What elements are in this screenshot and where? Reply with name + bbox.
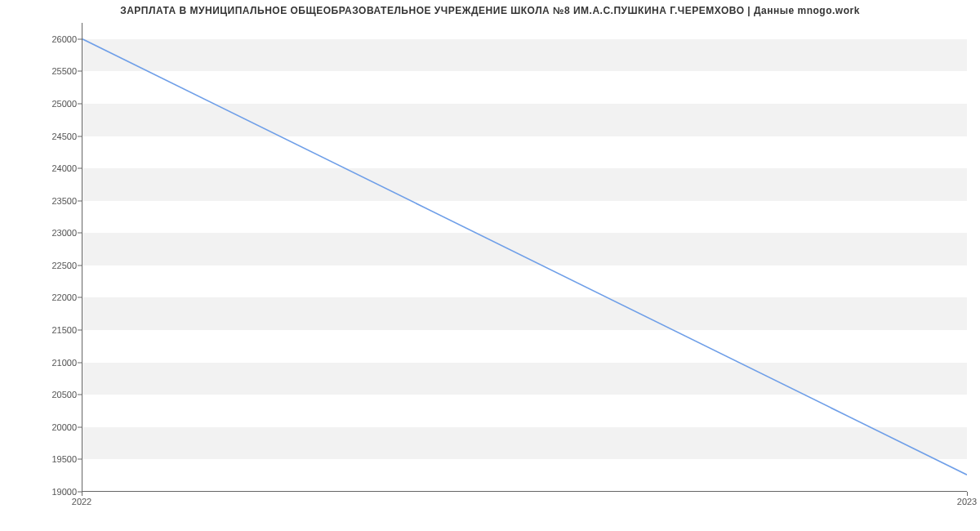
y-tick-mark xyxy=(78,71,82,72)
y-tick-mark xyxy=(78,136,82,136)
y-tick-label: 24500 xyxy=(11,132,77,141)
y-tick-label: 20500 xyxy=(11,390,77,399)
y-tick-mark xyxy=(78,362,82,363)
y-tick-mark xyxy=(78,103,82,104)
y-tick-label: 25500 xyxy=(11,66,77,76)
plot-area xyxy=(82,23,967,492)
y-tick-label: 22000 xyxy=(11,292,77,302)
chart-container: ЗАРПЛАТА В МУНИЦИПАЛЬНОЕ ОБЩЕОБРАЗОВАТЕЛ… xyxy=(0,0,980,531)
y-tick-label: 20000 xyxy=(11,422,77,432)
y-tick-label: 19500 xyxy=(11,454,77,464)
y-tick-label: 22500 xyxy=(11,261,77,270)
y-tick-mark xyxy=(78,330,82,331)
y-tick-mark xyxy=(78,459,82,460)
line-series xyxy=(82,23,967,491)
y-tick-mark xyxy=(78,426,82,427)
y-tick-mark xyxy=(78,265,82,266)
y-tick-mark xyxy=(78,168,82,169)
x-tick-label: 2022 xyxy=(72,497,91,506)
y-tick-label: 21500 xyxy=(11,325,77,335)
y-tick-mark xyxy=(78,297,82,298)
x-tick-mark xyxy=(82,492,82,496)
y-tick-label: 25000 xyxy=(11,99,77,109)
y-tick-mark xyxy=(78,233,82,234)
x-tick-label: 2023 xyxy=(957,497,977,506)
y-tick-label: 24000 xyxy=(11,163,77,173)
y-tick-label: 23500 xyxy=(11,196,77,206)
y-tick-mark xyxy=(78,200,82,201)
y-tick-label: 26000 xyxy=(11,34,77,44)
x-tick-mark xyxy=(967,492,968,496)
y-tick-label: 23000 xyxy=(11,228,77,238)
y-tick-mark xyxy=(78,38,82,39)
y-tick-mark xyxy=(78,395,82,395)
chart-title: ЗАРПЛАТА В МУНИЦИПАЛЬНОЕ ОБЩЕОБРАЗОВАТЕЛ… xyxy=(0,5,980,16)
y-tick-label: 21000 xyxy=(11,358,77,368)
y-tick-label: 19000 xyxy=(11,487,77,497)
